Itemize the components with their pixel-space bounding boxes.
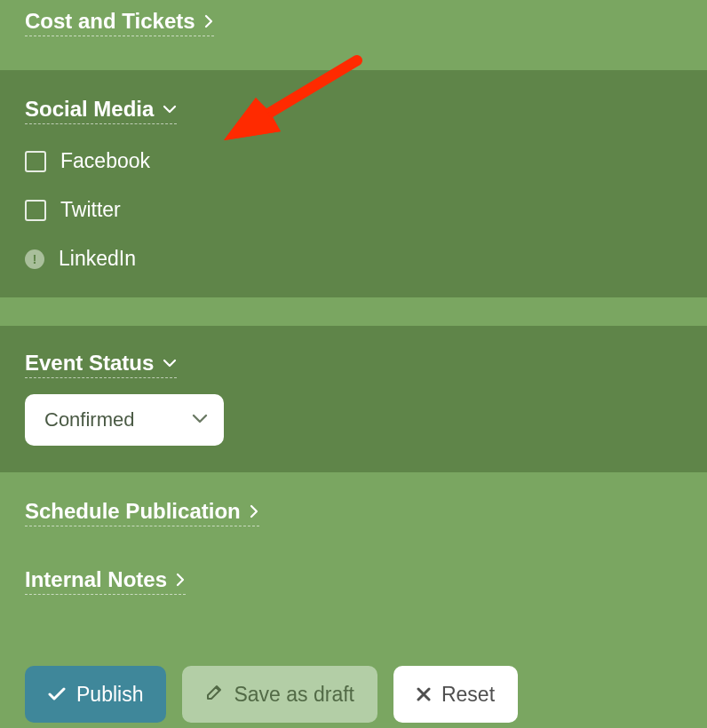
section-label: Social Media bbox=[25, 97, 154, 122]
chevron-right-icon bbox=[204, 14, 214, 28]
option-row-linkedin: ! LinkedIn bbox=[25, 247, 682, 271]
event-status-select[interactable]: Confirmed bbox=[25, 394, 224, 446]
button-label: Reset bbox=[441, 683, 495, 707]
close-icon bbox=[417, 683, 431, 707]
checkbox-label: Facebook bbox=[60, 149, 150, 173]
chevron-down-icon bbox=[163, 105, 177, 115]
checkbox-row-twitter[interactable]: Twitter bbox=[25, 198, 682, 222]
checkbox-label: Twitter bbox=[60, 198, 121, 222]
section-internal-notes[interactable]: Internal Notes bbox=[25, 567, 186, 595]
publish-button[interactable]: Publish bbox=[25, 666, 166, 723]
checkbox-row-facebook[interactable]: Facebook bbox=[25, 149, 682, 173]
alert-icon: ! bbox=[25, 249, 44, 269]
checkbox-twitter[interactable] bbox=[25, 200, 46, 221]
chevron-right-icon bbox=[176, 573, 186, 587]
chevron-down-icon bbox=[163, 359, 177, 368]
section-label: Schedule Publication bbox=[25, 499, 241, 524]
section-schedule-publication[interactable]: Schedule Publication bbox=[25, 499, 259, 526]
save-draft-button[interactable]: Save as draft bbox=[182, 666, 377, 723]
button-label: Publish bbox=[76, 683, 143, 707]
option-label: LinkedIn bbox=[59, 247, 136, 271]
reset-button[interactable]: Reset bbox=[393, 666, 518, 723]
section-social-media[interactable]: Social Media bbox=[25, 97, 177, 124]
chevron-right-icon bbox=[250, 504, 259, 518]
checkbox-facebook[interactable] bbox=[25, 151, 46, 172]
section-cost-and-tickets[interactable]: Cost and Tickets bbox=[25, 9, 214, 36]
section-event-status[interactable]: Event Status bbox=[25, 351, 177, 378]
select-value: Confirmed bbox=[44, 408, 134, 431]
section-label: Cost and Tickets bbox=[25, 9, 195, 34]
action-button-row: Publish Save as draft Reset bbox=[0, 666, 707, 728]
section-label: Internal Notes bbox=[25, 567, 167, 592]
pencil-icon bbox=[205, 683, 223, 707]
section-divider bbox=[0, 297, 707, 326]
check-icon bbox=[48, 683, 66, 707]
button-label: Save as draft bbox=[234, 683, 354, 707]
section-label: Event Status bbox=[25, 351, 154, 376]
